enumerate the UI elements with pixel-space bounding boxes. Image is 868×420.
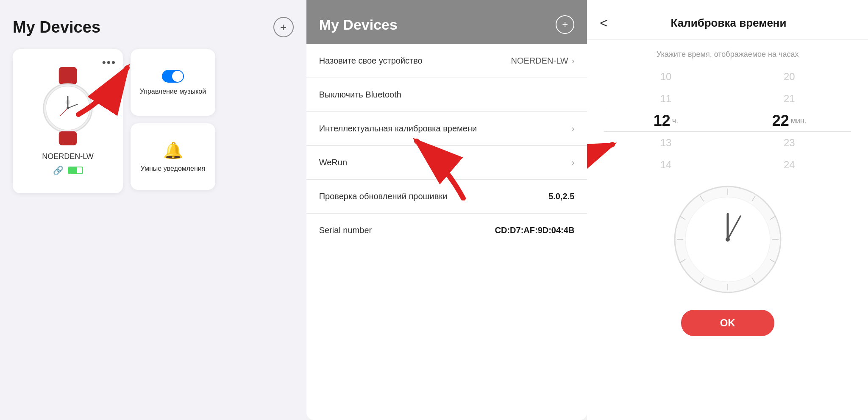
hour-unit: ч. bbox=[672, 117, 678, 125]
chevron-icon-2: › bbox=[572, 124, 575, 134]
menu-item-device-name[interactable]: Назовите свое устройство NOERDEN-LW › bbox=[306, 44, 587, 78]
battery-indicator bbox=[68, 167, 83, 174]
ok-button[interactable]: OK bbox=[681, 310, 774, 336]
panel2-add-button[interactable]: + bbox=[556, 15, 574, 34]
device-card: ••• NOERDEN-LW bbox=[13, 49, 123, 193]
menu-label-bluetooth: Выключить Bluetooth bbox=[319, 90, 575, 100]
svg-rect-0 bbox=[59, 67, 77, 85]
music-toggle[interactable] bbox=[162, 70, 184, 83]
menu-label-serial: Serial number bbox=[319, 225, 495, 235]
dots-menu-button[interactable]: ••• bbox=[102, 56, 116, 69]
time-picker-subtitle: Укажите время, отображаемое на часах bbox=[587, 40, 868, 66]
menu-item-bluetooth[interactable]: Выключить Bluetooth bbox=[306, 78, 587, 112]
action-cards: Управление музыкой 🔔 Умные уведомления bbox=[131, 49, 215, 193]
device-status: 🔗 bbox=[53, 165, 83, 175]
notifications-label: Умные уведомления bbox=[141, 165, 206, 172]
menu-value-firmware: 5.0,2.5 bbox=[548, 192, 574, 201]
panel2-header: My Devices + bbox=[306, 0, 587, 44]
menu-label-device-name: Назовите свое устройство bbox=[319, 56, 511, 66]
menu-item-serial[interactable]: Serial number CD:D7:AF:9D:04:4B bbox=[306, 214, 587, 247]
notifications-action-card[interactable]: 🔔 Умные уведомления bbox=[131, 123, 215, 190]
music-label: Управление музыкой bbox=[140, 88, 206, 95]
clock-svg bbox=[673, 184, 783, 295]
minutes-column[interactable]: 20 21 22 мин. 23 24 bbox=[728, 66, 851, 176]
panel1-header: My Devices + bbox=[13, 17, 294, 37]
menu-value-serial: CD:D7:AF:9D:04:4B bbox=[495, 225, 575, 235]
devices-grid: ••• NOERDEN-LW bbox=[13, 49, 294, 193]
music-action-card[interactable]: Управление музыкой bbox=[131, 49, 215, 116]
hour-item-0[interactable]: 10 bbox=[604, 66, 727, 88]
hour-item-3[interactable]: 13 bbox=[604, 132, 727, 154]
menu-label-firmware: Проверка обновлений прошивки bbox=[319, 192, 549, 201]
svg-point-28 bbox=[726, 237, 730, 242]
min-unit: мин. bbox=[791, 117, 807, 125]
back-button[interactable]: < bbox=[600, 15, 608, 31]
panel1: My Devices + ••• bbox=[0, 0, 306, 420]
menu-value-device-name: NOERDEN-LW › bbox=[511, 56, 574, 66]
device-name-value: NOERDEN-LW bbox=[511, 56, 568, 66]
device-name: NOERDEN-LW bbox=[42, 152, 94, 161]
hour-item-1[interactable]: 11 bbox=[604, 88, 727, 110]
panel3-header: < Калибровка времени bbox=[587, 0, 868, 40]
menu-list: Назовите свое устройство NOERDEN-LW › Вы… bbox=[306, 44, 587, 420]
panel3-title: Калибровка времени bbox=[615, 17, 843, 30]
hour-item-2-selected[interactable]: 12 ч. bbox=[604, 110, 727, 132]
panel3: < Калибровка времени Укажите время, отоб… bbox=[587, 0, 868, 420]
svg-point-7 bbox=[67, 107, 69, 109]
menu-item-firmware[interactable]: Проверка обновлений прошивки 5.0,2.5 bbox=[306, 180, 587, 214]
panel2: My Devices + Назовите свое устройство NO… bbox=[306, 0, 587, 420]
hours-column[interactable]: 10 11 12 ч. 13 14 bbox=[604, 66, 727, 176]
watch-illustration bbox=[36, 67, 100, 145]
menu-label-time-calibration: Интеллектуальная калибровка времени bbox=[319, 124, 572, 134]
menu-label-werun: WeRun bbox=[319, 158, 572, 167]
panel1-add-button[interactable]: + bbox=[273, 17, 294, 37]
bell-icon: 🔔 bbox=[163, 141, 183, 160]
chevron-icon-0: › bbox=[572, 56, 575, 66]
hour-item-4[interactable]: 14 bbox=[604, 154, 727, 176]
svg-rect-8 bbox=[59, 131, 77, 145]
chevron-icon-3: › bbox=[572, 158, 575, 167]
menu-item-werun[interactable]: WeRun › bbox=[306, 146, 587, 180]
min-item-4[interactable]: 24 bbox=[728, 154, 851, 176]
menu-item-time-calibration[interactable]: Интеллектуальная калибровка времени › bbox=[306, 112, 587, 146]
min-item-1[interactable]: 21 bbox=[728, 88, 851, 110]
link-icon: 🔗 bbox=[53, 165, 64, 175]
panel2-title: My Devices bbox=[319, 17, 398, 33]
panel1-title: My Devices bbox=[13, 18, 100, 36]
min-item-2-selected[interactable]: 22 мин. bbox=[728, 110, 851, 132]
min-item-3[interactable]: 23 bbox=[728, 132, 851, 154]
min-item-0[interactable]: 20 bbox=[728, 66, 851, 88]
time-picker: 10 11 12 ч. 13 14 20 21 bbox=[604, 66, 851, 176]
analog-clock bbox=[673, 184, 783, 295]
music-toggle-row bbox=[162, 70, 184, 83]
